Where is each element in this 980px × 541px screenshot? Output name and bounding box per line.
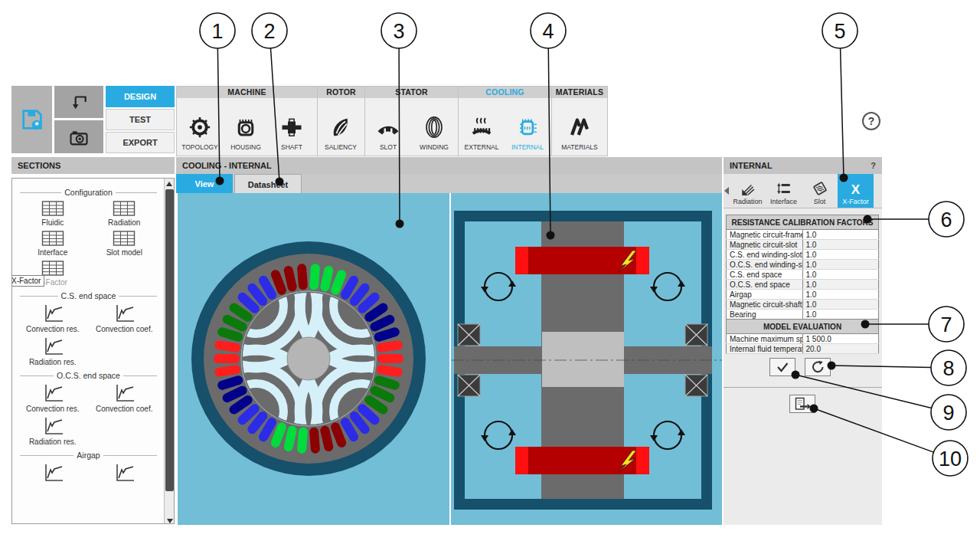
sidebar-item-airgap-chart[interactable] — [89, 463, 161, 483]
interface-icon — [776, 181, 792, 196]
scroll-up-arrow[interactable] — [166, 182, 172, 186]
row-value[interactable]: 1.0 — [802, 230, 879, 240]
callout-number: 5 — [834, 20, 845, 43]
callout-number: 8 — [942, 357, 954, 380]
design-mode-button[interactable]: DESIGN — [106, 86, 175, 107]
table-row: Internal fluid temperature (°C)20.0 — [727, 344, 879, 354]
sidebar-item-radiation[interactable]: Radiation — [89, 200, 161, 227]
toolbar-item-label: INTERNAL — [511, 143, 544, 151]
internal-cooling-icon — [516, 116, 539, 139]
toolbar-group-machine: MACHINE TOPOLOGY HOUSING — [176, 86, 318, 156]
row-value[interactable]: 1.0 — [802, 270, 879, 280]
callout-number: 10 — [939, 448, 962, 471]
rotor-core-block — [542, 332, 624, 387]
chart-icon — [113, 303, 136, 323]
toolbar-item-materials[interactable]: MATERIALS — [557, 98, 603, 155]
sidebar-item-label: Radiation — [108, 218, 140, 227]
test-mode-button[interactable]: TEST — [106, 109, 175, 130]
panel-tab-label: Radiation — [733, 198, 762, 205]
save-button[interactable]: * — [11, 86, 52, 153]
toolbar-item-internal[interactable]: INTERNAL — [505, 98, 550, 155]
row-value[interactable]: 20.0 — [802, 344, 879, 354]
sidebar-item-ocs-convection-res[interactable]: Convection res. — [17, 383, 89, 413]
sidebar-item-cs-radiation-res[interactable]: Radiation res. — [17, 336, 89, 366]
shaft-circle — [287, 337, 330, 380]
sidebar-item-cs-convection-res[interactable]: Convection res. — [17, 303, 89, 333]
sidebar-item-ocs-convection-coef[interactable]: Convection coef. — [89, 383, 161, 413]
toolbar-item-shaft[interactable]: SHAFT — [269, 98, 315, 155]
panel-tab-slot[interactable]: Slot — [802, 174, 838, 208]
panel-tab-interface[interactable]: Interface — [766, 174, 802, 208]
stator-slot-icon — [377, 116, 400, 139]
row-value[interactable]: 1 500.0 — [802, 334, 879, 344]
row-value[interactable]: 1.0 — [802, 250, 879, 260]
row-value[interactable]: 1.0 — [802, 300, 879, 310]
tabs-scroll-left-arrow[interactable] — [724, 187, 729, 195]
toolbar-item-label: SALIENCY — [325, 143, 357, 151]
row-value[interactable]: 1.0 — [802, 240, 879, 250]
panel-tab-radiation[interactable]: Radiation — [730, 174, 766, 208]
panel-tab-x-factor[interactable]: X X-Factor — [838, 174, 874, 208]
screenshot-button[interactable] — [54, 120, 103, 153]
sidebar-item-x-factor[interactable]: X-Factor X-Factor — [17, 260, 89, 287]
table-row: O.C.S. end space1.0 — [727, 280, 879, 290]
chart-icon — [41, 463, 64, 483]
sidebar-item-label: Convection res. — [26, 325, 79, 333]
group-title: COOLING — [459, 87, 551, 98]
toolbar-item-topology[interactable]: TOPOLOGY — [177, 98, 223, 155]
sidebar-item-ocs-radiation-res[interactable]: Radiation res. — [17, 416, 89, 446]
sidebar-item-cs-convection-coef[interactable]: Convection coef. — [89, 303, 161, 333]
tab-view[interactable]: View — [176, 174, 233, 193]
bearing-icon — [685, 324, 707, 346]
callout-circle — [531, 13, 566, 48]
row-label: Machine maximum speed (rpm) — [727, 334, 803, 344]
callout-circle — [931, 395, 966, 430]
table-title: RESISTANCE CALIBRATION FACTORS — [727, 215, 879, 230]
bearing-icon — [458, 324, 480, 346]
callout-number: 6 — [940, 208, 952, 231]
tab-datasheet[interactable]: Datasheet — [234, 174, 302, 195]
sidebar-item-fluidic[interactable]: Fluidic — [17, 200, 89, 227]
toolbar-group-materials: MATERIALS MATERIALS — [551, 86, 608, 156]
sidebar-item-label: Interface — [38, 248, 67, 257]
callout-circle — [931, 350, 966, 385]
row-label: Airgap — [727, 290, 803, 300]
sidebar-item-interface[interactable]: Interface — [17, 230, 89, 257]
reset-button[interactable] — [805, 358, 831, 376]
callout-number: 9 — [942, 402, 954, 425]
help-button[interactable]: ? — [862, 112, 880, 130]
toolbar-item-external[interactable]: EXTERNAL — [459, 98, 505, 155]
sidebar-item-airgap-chart[interactable] — [17, 463, 89, 483]
sidebar-scrollbar[interactable] — [164, 179, 174, 523]
toolbar-item-winding[interactable]: WINDING — [411, 98, 457, 155]
toolbar-item-label: SLOT — [380, 143, 397, 151]
toolbar-item-saliency[interactable]: SALIENCY — [318, 98, 364, 155]
toolbar-item-slot[interactable]: SLOT — [365, 98, 411, 155]
chart-icon — [113, 463, 136, 483]
panel-help-button[interactable]: ? — [871, 157, 876, 174]
import-button[interactable] — [54, 86, 103, 118]
row-value[interactable]: 1.0 — [802, 280, 879, 290]
table-icon — [41, 260, 64, 277]
row-value[interactable]: 1.0 — [802, 290, 879, 300]
row-label: O.C.S. end winding-slot — [727, 260, 803, 270]
stator-slot — [214, 354, 240, 363]
toolbar-item-label: TOPOLOGY — [181, 143, 218, 151]
export-doc-icon — [793, 397, 812, 411]
export-report-button[interactable] — [789, 395, 815, 413]
scrollbar-thumb[interactable] — [165, 189, 174, 491]
panel-header: INTERNAL ? — [724, 157, 882, 174]
group-divider-configuration: Configuration — [17, 188, 160, 197]
export-mode-button[interactable]: EXPORT — [106, 132, 175, 153]
toolbar-item-housing[interactable]: HOUSING — [223, 98, 269, 155]
row-label: C.S. end winding-slot — [727, 250, 803, 260]
check-icon — [775, 361, 790, 373]
scroll-down-arrow[interactable] — [167, 519, 173, 523]
row-value[interactable]: 1.0 — [802, 260, 879, 270]
apply-button[interactable] — [769, 358, 795, 376]
x-factor-icon: X — [851, 183, 860, 196]
sidebar-item-slot-model[interactable]: Slot model — [89, 230, 161, 257]
winding-icon — [423, 116, 446, 139]
row-label: O.C.S. end space — [727, 280, 803, 290]
row-value[interactable]: 1.0 — [802, 310, 879, 320]
